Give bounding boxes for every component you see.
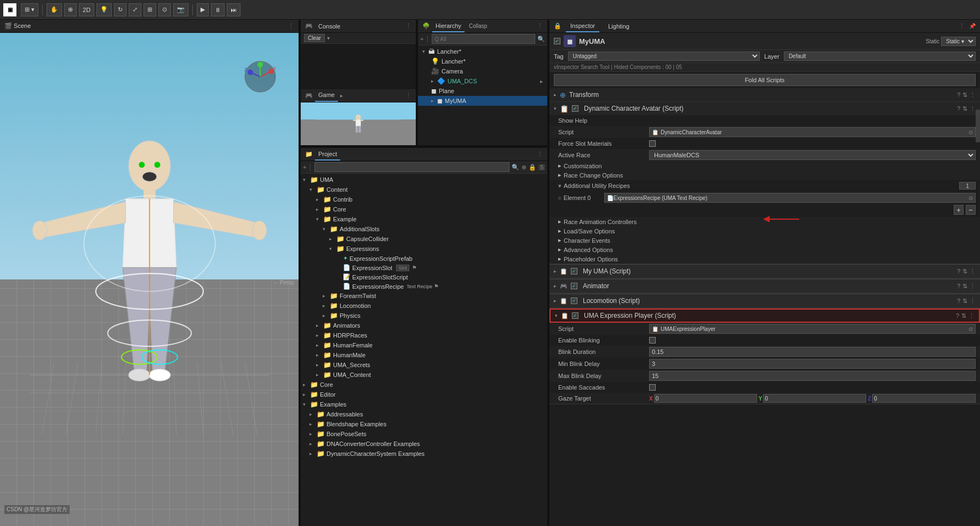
- 2d-btn[interactable]: 2D: [79, 3, 94, 16]
- customization-row[interactable]: ▸ Customization: [549, 161, 980, 170]
- hierarchy-collapse[interactable]: Collasp: [467, 23, 489, 29]
- hierarchy-item-camera[interactable]: 🎥 Camera: [418, 66, 547, 76]
- tree-item-editor[interactable]: ▸ 📁 Editor: [301, 390, 547, 399]
- load-save-row[interactable]: ▸ Load/Save Options: [549, 226, 980, 236]
- hierarchy-item-uma-dcs[interactable]: ▸ 🔷 UMA_DCS ▸: [418, 76, 547, 86]
- game-dropdown[interactable]: Game: [303, 139, 317, 144]
- project-filter3[interactable]: 5: [538, 164, 545, 170]
- lighting-tab[interactable]: Lighting: [604, 20, 634, 32]
- hierarchy-search[interactable]: [432, 34, 535, 44]
- hierarchy-menu[interactable]: ⋮: [537, 22, 543, 30]
- hierarchy-item-plane[interactable]: ◼ Plane: [418, 86, 547, 96]
- inspector-scrollbar-thumb[interactable]: [976, 110, 980, 142]
- scale-tool[interactable]: ⤢: [129, 3, 141, 16]
- tree-item-addressables[interactable]: ▸ 📁 Addressables: [301, 409, 547, 419]
- tree-item-locomotion[interactable]: ▸ 📁 Locomotion: [301, 301, 547, 311]
- tree-item-hdrpraces[interactable]: ▸ 📁 HDRPRaces: [301, 330, 547, 340]
- placeholder-row[interactable]: ▸ Placeholder Options: [549, 254, 980, 264]
- my-uma-checkbox[interactable]: [571, 268, 577, 275]
- scene-options[interactable]: ⋮: [288, 22, 294, 30]
- animator-header[interactable]: ▸ 🎮 Animator ? ⇅ ⋮: [549, 279, 980, 293]
- hierarchy-item-directional-light[interactable]: 💡 Lancher*: [418, 56, 547, 66]
- animator-preset-icon[interactable]: ⇅: [962, 283, 967, 290]
- transform-help-icon[interactable]: ?: [957, 92, 960, 99]
- recipe-add-btn[interactable]: +: [954, 205, 964, 215]
- inspector-lock-icon[interactable]: 🔒: [554, 22, 561, 30]
- project-add[interactable]: +: [303, 164, 306, 170]
- enable-blinking-checkbox[interactable]: [649, 337, 656, 344]
- tree-item-physics[interactable]: ▸ 📁 Physics: [301, 311, 547, 321]
- enable-saccades-checkbox[interactable]: [649, 384, 656, 391]
- inspector-pin[interactable]: 📌: [969, 23, 976, 29]
- max-blink-input[interactable]: [649, 371, 976, 381]
- tree-item-examples[interactable]: ▾ 📁 Examples: [301, 399, 547, 409]
- object-active-checkbox[interactable]: [554, 38, 560, 44]
- tree-item-core-root[interactable]: ▸ 📁 Core: [301, 380, 547, 390]
- animator-help-icon[interactable]: ?: [957, 283, 960, 290]
- recipe-remove-btn[interactable]: −: [966, 205, 976, 215]
- hierarchy-item-myuma[interactable]: ▸ ◼ MyUMA: [418, 96, 547, 106]
- clear-btn[interactable]: Clear: [304, 34, 325, 42]
- tree-item-expslot[interactable]: ▸ 📄 ExpressionSlot Slot ⚑: [301, 263, 547, 272]
- project-tab[interactable]: Project: [315, 148, 340, 161]
- transform-tool[interactable]: ⊙: [158, 3, 171, 16]
- tree-item-dynchar[interactable]: ▸ 📁 DynamicCharacterSystem Examples: [301, 449, 547, 459]
- race-change-row[interactable]: ▸ Race Change Options: [549, 170, 980, 180]
- play-btn[interactable]: ▶: [197, 3, 209, 16]
- script-circle-icon[interactable]: ⊙: [968, 129, 973, 135]
- expr-script-ref[interactable]: 📋 UMAExpressionPlayer ⊙: [649, 324, 976, 334]
- hierarchy-tab[interactable]: Hierarchy: [432, 20, 465, 32]
- locomotion-preset-icon[interactable]: ⇅: [962, 298, 967, 305]
- tree-item-bonepose[interactable]: ▸ 📁 BonePoseSets: [301, 429, 547, 439]
- console-tab[interactable]: Console: [315, 20, 343, 32]
- tree-item-humanmale[interactable]: ▸ 📁 HumanMale: [301, 350, 547, 360]
- expr-player-preset-icon[interactable]: ⇅: [961, 312, 966, 319]
- animator-checkbox[interactable]: [571, 283, 577, 289]
- advanced-row[interactable]: ▸ Advanced Options: [549, 245, 980, 254]
- game-view-content[interactable]: Game: [301, 102, 416, 146]
- console-menu[interactable]: ⋮: [405, 22, 411, 30]
- gaze-y-input[interactable]: [763, 394, 866, 403]
- layer-dropdown[interactable]: Default: [784, 52, 976, 61]
- tree-item-expressions[interactable]: ▾ 📁 Expressions: [301, 244, 547, 254]
- dca-active-checkbox[interactable]: [572, 105, 578, 112]
- my-uma-header[interactable]: ▸ 📋 My UMA (Script) ? ⇅ ⋮: [549, 264, 980, 278]
- active-race-dropdown[interactable]: HumanMaleDCS: [649, 150, 976, 160]
- inspector-tab[interactable]: Inspector: [566, 20, 599, 32]
- pause-btn[interactable]: ⏸: [211, 3, 225, 16]
- script-ref[interactable]: 📋 DynamicCharacterAvatar ⊙: [649, 127, 976, 137]
- animator-menu-icon[interactable]: ⋮: [970, 283, 976, 290]
- locomotion-checkbox[interactable]: [571, 298, 577, 304]
- min-blink-input[interactable]: [649, 359, 976, 369]
- locomotion-menu-icon[interactable]: ⋮: [970, 298, 976, 305]
- tree-item-humanfemale[interactable]: ▸ 📁 HumanFemale: [301, 340, 547, 350]
- inspector-menu[interactable]: ⋮: [959, 22, 965, 30]
- step-btn[interactable]: ⏭: [227, 3, 240, 16]
- game-arrow[interactable]: ▸: [340, 93, 343, 99]
- scene-tab[interactable]: 🎬 Scene: [4, 22, 31, 30]
- force-slot-checkbox[interactable]: [649, 140, 656, 147]
- element-0-ref[interactable]: 📄 ExpressionsRecipe (UMA Text Recipe) ⊙: [604, 193, 976, 203]
- my-uma-menu-icon[interactable]: ⋮: [970, 268, 976, 275]
- gaze-x-input[interactable]: [654, 394, 757, 403]
- race-animation-row[interactable]: ▸ Race Animation Controllers: [549, 217, 980, 226]
- object-name[interactable]: MyUMA: [579, 37, 922, 45]
- my-uma-preset-icon[interactable]: ⇅: [962, 268, 967, 275]
- blink-duration-input[interactable]: [649, 347, 976, 357]
- game-menu[interactable]: ⋮: [405, 92, 411, 99]
- tree-item-blendshape[interactable]: ▸ 📁 Blendshape Examples: [301, 419, 547, 429]
- project-menu[interactable]: ⋮: [537, 151, 543, 158]
- transform-menu-icon[interactable]: ⋮: [970, 92, 976, 99]
- fold-all-btn[interactable]: Fold All Scripts: [554, 74, 976, 86]
- transform-preset-icon[interactable]: ⇅: [962, 92, 967, 99]
- dca-menu-icon[interactable]: ⋮: [970, 105, 976, 112]
- dca-header[interactable]: ▾ 📋 Dynamic Character Avatar (Script) ? …: [549, 102, 980, 115]
- hand-tool[interactable]: ✋: [47, 3, 62, 16]
- my-uma-help-icon[interactable]: ?: [957, 268, 960, 275]
- scene-canvas[interactable]: X Y Z ← Persp: [0, 33, 299, 526]
- rotate-tool[interactable]: ↻: [114, 3, 127, 16]
- project-search[interactable]: [314, 162, 509, 172]
- tree-item-uma-content[interactable]: ▸ 📁 UMA_Content: [301, 370, 547, 380]
- recipe-circle-icon[interactable]: ⊙: [968, 195, 973, 201]
- recipe-drag-handle[interactable]: ≡: [558, 195, 561, 201]
